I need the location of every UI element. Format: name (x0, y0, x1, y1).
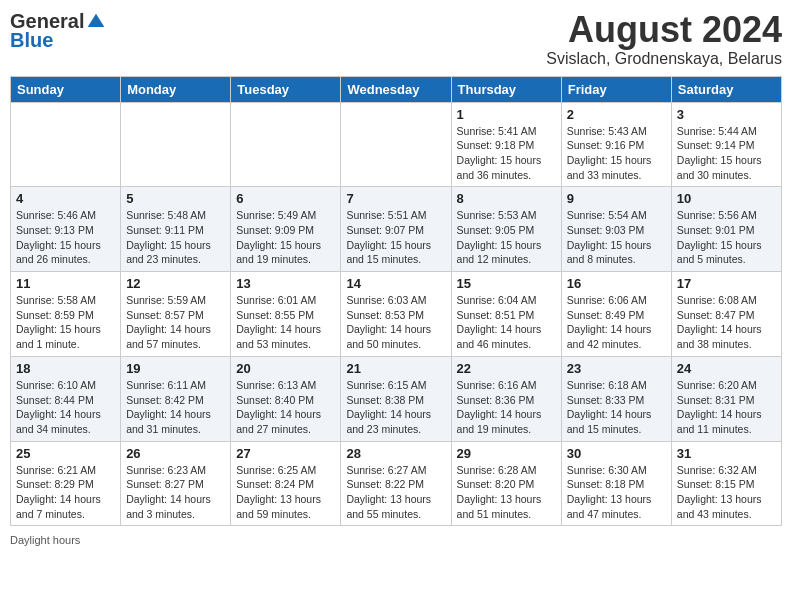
day-detail: Sunrise: 6:32 AMSunset: 8:15 PMDaylight:… (677, 463, 776, 522)
day-detail: Sunrise: 6:28 AMSunset: 8:20 PMDaylight:… (457, 463, 556, 522)
calendar-cell: 24Sunrise: 6:20 AMSunset: 8:31 PMDayligh… (671, 356, 781, 441)
day-detail: Sunrise: 6:13 AMSunset: 8:40 PMDaylight:… (236, 378, 335, 437)
calendar-cell: 8Sunrise: 5:53 AMSunset: 9:05 PMDaylight… (451, 187, 561, 272)
calendar-cell: 17Sunrise: 6:08 AMSunset: 8:47 PMDayligh… (671, 272, 781, 357)
day-number: 4 (16, 191, 115, 206)
calendar-cell: 16Sunrise: 6:06 AMSunset: 8:49 PMDayligh… (561, 272, 671, 357)
day-detail: Sunrise: 6:08 AMSunset: 8:47 PMDaylight:… (677, 293, 776, 352)
logo-blue: Blue (10, 29, 53, 52)
day-detail: Sunrise: 5:53 AMSunset: 9:05 PMDaylight:… (457, 208, 556, 267)
column-header-thursday: Thursday (451, 76, 561, 102)
day-detail: Sunrise: 5:46 AMSunset: 9:13 PMDaylight:… (16, 208, 115, 267)
calendar-cell (121, 102, 231, 187)
day-detail: Sunrise: 6:20 AMSunset: 8:31 PMDaylight:… (677, 378, 776, 437)
day-number: 1 (457, 107, 556, 122)
calendar-cell: 14Sunrise: 6:03 AMSunset: 8:53 PMDayligh… (341, 272, 451, 357)
day-detail: Sunrise: 6:11 AMSunset: 8:42 PMDaylight:… (126, 378, 225, 437)
day-number: 30 (567, 446, 666, 461)
calendar-cell: 25Sunrise: 6:21 AMSunset: 8:29 PMDayligh… (11, 441, 121, 526)
calendar-cell: 7Sunrise: 5:51 AMSunset: 9:07 PMDaylight… (341, 187, 451, 272)
day-number: 12 (126, 276, 225, 291)
svg-marker-0 (88, 13, 105, 26)
calendar-cell: 3Sunrise: 5:44 AMSunset: 9:14 PMDaylight… (671, 102, 781, 187)
calendar-cell: 27Sunrise: 6:25 AMSunset: 8:24 PMDayligh… (231, 441, 341, 526)
day-detail: Sunrise: 6:21 AMSunset: 8:29 PMDaylight:… (16, 463, 115, 522)
day-detail: Sunrise: 6:16 AMSunset: 8:36 PMDaylight:… (457, 378, 556, 437)
column-header-sunday: Sunday (11, 76, 121, 102)
day-number: 2 (567, 107, 666, 122)
logo: General Blue (10, 10, 106, 52)
day-number: 21 (346, 361, 445, 376)
calendar-cell: 26Sunrise: 6:23 AMSunset: 8:27 PMDayligh… (121, 441, 231, 526)
calendar-cell: 29Sunrise: 6:28 AMSunset: 8:20 PMDayligh… (451, 441, 561, 526)
day-number: 26 (126, 446, 225, 461)
day-detail: Sunrise: 5:58 AMSunset: 8:59 PMDaylight:… (16, 293, 115, 352)
calendar-table: SundayMondayTuesdayWednesdayThursdayFrid… (10, 76, 782, 527)
day-detail: Sunrise: 5:54 AMSunset: 9:03 PMDaylight:… (567, 208, 666, 267)
day-number: 3 (677, 107, 776, 122)
column-header-monday: Monday (121, 76, 231, 102)
calendar-cell: 4Sunrise: 5:46 AMSunset: 9:13 PMDaylight… (11, 187, 121, 272)
day-number: 24 (677, 361, 776, 376)
column-header-wednesday: Wednesday (341, 76, 451, 102)
calendar-cell: 5Sunrise: 5:48 AMSunset: 9:11 PMDaylight… (121, 187, 231, 272)
calendar-cell: 31Sunrise: 6:32 AMSunset: 8:15 PMDayligh… (671, 441, 781, 526)
day-number: 5 (126, 191, 225, 206)
calendar-cell: 30Sunrise: 6:30 AMSunset: 8:18 PMDayligh… (561, 441, 671, 526)
calendar-cell: 21Sunrise: 6:15 AMSunset: 8:38 PMDayligh… (341, 356, 451, 441)
month-title: August 2024 (546, 10, 782, 50)
day-detail: Sunrise: 6:30 AMSunset: 8:18 PMDaylight:… (567, 463, 666, 522)
calendar-week-row: 25Sunrise: 6:21 AMSunset: 8:29 PMDayligh… (11, 441, 782, 526)
calendar-cell: 2Sunrise: 5:43 AMSunset: 9:16 PMDaylight… (561, 102, 671, 187)
calendar-cell: 19Sunrise: 6:11 AMSunset: 8:42 PMDayligh… (121, 356, 231, 441)
day-number: 23 (567, 361, 666, 376)
calendar-cell: 12Sunrise: 5:59 AMSunset: 8:57 PMDayligh… (121, 272, 231, 357)
day-number: 9 (567, 191, 666, 206)
column-header-friday: Friday (561, 76, 671, 102)
calendar-cell: 15Sunrise: 6:04 AMSunset: 8:51 PMDayligh… (451, 272, 561, 357)
day-detail: Sunrise: 6:10 AMSunset: 8:44 PMDaylight:… (16, 378, 115, 437)
day-number: 31 (677, 446, 776, 461)
day-detail: Sunrise: 6:25 AMSunset: 8:24 PMDaylight:… (236, 463, 335, 522)
calendar-cell: 13Sunrise: 6:01 AMSunset: 8:55 PMDayligh… (231, 272, 341, 357)
calendar-footer: Daylight hours (10, 534, 782, 546)
day-detail: Sunrise: 6:27 AMSunset: 8:22 PMDaylight:… (346, 463, 445, 522)
calendar-cell: 10Sunrise: 5:56 AMSunset: 9:01 PMDayligh… (671, 187, 781, 272)
day-number: 14 (346, 276, 445, 291)
day-detail: Sunrise: 6:01 AMSunset: 8:55 PMDaylight:… (236, 293, 335, 352)
calendar-header-row: SundayMondayTuesdayWednesdayThursdayFrid… (11, 76, 782, 102)
day-number: 15 (457, 276, 556, 291)
logo-icon (86, 12, 106, 32)
day-number: 8 (457, 191, 556, 206)
calendar-cell: 22Sunrise: 6:16 AMSunset: 8:36 PMDayligh… (451, 356, 561, 441)
day-detail: Sunrise: 6:18 AMSunset: 8:33 PMDaylight:… (567, 378, 666, 437)
day-detail: Sunrise: 5:43 AMSunset: 9:16 PMDaylight:… (567, 124, 666, 183)
day-detail: Sunrise: 6:03 AMSunset: 8:53 PMDaylight:… (346, 293, 445, 352)
calendar-cell: 20Sunrise: 6:13 AMSunset: 8:40 PMDayligh… (231, 356, 341, 441)
day-number: 7 (346, 191, 445, 206)
day-detail: Sunrise: 5:48 AMSunset: 9:11 PMDaylight:… (126, 208, 225, 267)
calendar-cell: 18Sunrise: 6:10 AMSunset: 8:44 PMDayligh… (11, 356, 121, 441)
calendar-week-row: 18Sunrise: 6:10 AMSunset: 8:44 PMDayligh… (11, 356, 782, 441)
day-number: 10 (677, 191, 776, 206)
day-number: 19 (126, 361, 225, 376)
day-number: 25 (16, 446, 115, 461)
day-number: 27 (236, 446, 335, 461)
day-detail: Sunrise: 5:49 AMSunset: 9:09 PMDaylight:… (236, 208, 335, 267)
day-number: 29 (457, 446, 556, 461)
day-number: 11 (16, 276, 115, 291)
column-header-tuesday: Tuesday (231, 76, 341, 102)
calendar-week-row: 1Sunrise: 5:41 AMSunset: 9:18 PMDaylight… (11, 102, 782, 187)
day-detail: Sunrise: 6:06 AMSunset: 8:49 PMDaylight:… (567, 293, 666, 352)
day-number: 13 (236, 276, 335, 291)
day-detail: Sunrise: 6:23 AMSunset: 8:27 PMDaylight:… (126, 463, 225, 522)
calendar-week-row: 4Sunrise: 5:46 AMSunset: 9:13 PMDaylight… (11, 187, 782, 272)
day-detail: Sunrise: 6:15 AMSunset: 8:38 PMDaylight:… (346, 378, 445, 437)
day-number: 16 (567, 276, 666, 291)
day-number: 22 (457, 361, 556, 376)
calendar-cell: 11Sunrise: 5:58 AMSunset: 8:59 PMDayligh… (11, 272, 121, 357)
daylight-label: Daylight hours (10, 534, 80, 546)
day-number: 20 (236, 361, 335, 376)
day-detail: Sunrise: 5:59 AMSunset: 8:57 PMDaylight:… (126, 293, 225, 352)
calendar-cell: 23Sunrise: 6:18 AMSunset: 8:33 PMDayligh… (561, 356, 671, 441)
